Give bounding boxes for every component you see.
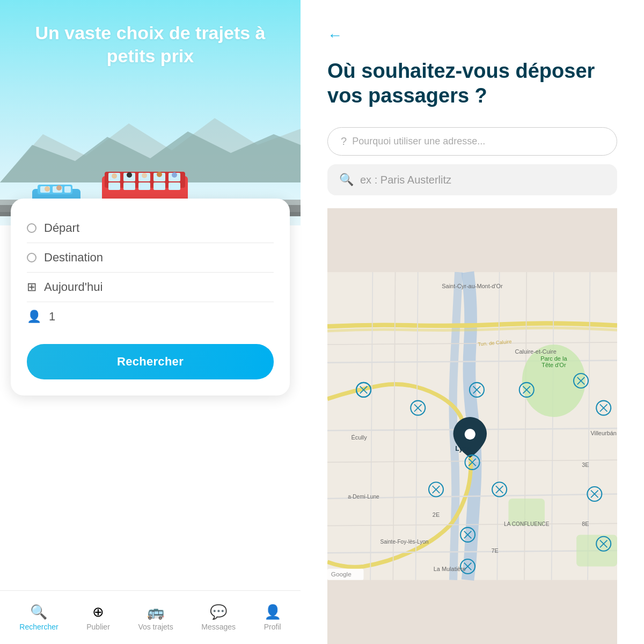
nav-item-trajets[interactable]: 🚌 Vos trajets: [138, 604, 173, 631]
svg-text:3E: 3E: [582, 462, 589, 468]
svg-text:Lyon: Lyon: [455, 445, 471, 453]
search-icon: 🔍: [339, 173, 354, 187]
svg-text:LA CONFLUENCE: LA CONFLUENCE: [504, 521, 550, 527]
messages-nav-icon: 💬: [210, 604, 227, 620]
passengers-row[interactable]: 👤 1: [27, 302, 274, 331]
bottom-nav: 🔍 Rechercher ⊕ Publier 🚌 Vos trajets 💬 M…: [0, 590, 301, 644]
search-button[interactable]: Rechercher: [27, 344, 274, 379]
nav-label-trajets: Vos trajets: [138, 623, 173, 631]
svg-text:7E: 7E: [491, 547, 498, 554]
svg-text:Parc de la: Parc de la: [540, 355, 567, 362]
svg-point-61: [465, 429, 475, 440]
search-placeholder: ex : Paris Austerlitz: [360, 174, 451, 186]
departure-label: Départ: [44, 221, 79, 235]
left-panel: Un vaste choix de trajets à petits prix: [0, 0, 301, 644]
destination-radio[interactable]: [27, 253, 36, 262]
svg-text:a-Demi-Lune: a-Demi-Lune: [348, 494, 379, 500]
trips-nav-icon: 🚌: [147, 604, 164, 620]
page-question: Où souhaitez-vous déposer vos passagers …: [327, 59, 617, 108]
svg-rect-29: [123, 182, 135, 190]
svg-text:La Mulatière: La Mulatière: [434, 566, 466, 572]
departure-radio[interactable]: [27, 223, 36, 233]
question-icon: ?: [341, 135, 347, 148]
nav-label-messages: Messages: [201, 623, 236, 631]
hero-title: Un vaste choix de trajets à petits prix: [0, 21, 301, 67]
person-icon: 👤: [27, 310, 41, 324]
passengers-count: 1: [49, 310, 55, 324]
svg-text:Sainte-Foy-lès-Lyon: Sainte-Foy-lès-Lyon: [380, 539, 428, 545]
map-svg: Saint-Cyr-au-Mont-d'Or Caluire-et-Cuire …: [327, 208, 617, 644]
svg-rect-59: [576, 535, 617, 567]
info-pill-text: Pourquoi utiliser une adresse...: [352, 136, 485, 147]
search-nav-icon: 🔍: [30, 604, 47, 620]
destination-label: Destination: [44, 251, 103, 265]
svg-text:Saint-Cyr-au-Mont-d'Or: Saint-Cyr-au-Mont-d'Or: [442, 283, 503, 289]
svg-point-40: [157, 172, 162, 177]
svg-text:8E: 8E: [582, 521, 589, 527]
nav-label-profil: Profil: [264, 623, 281, 631]
date-label: Aujourd'hui: [44, 280, 103, 294]
profile-nav-icon: 👤: [264, 604, 281, 620]
hero-section: Un vaste choix de trajets à petits prix: [0, 0, 301, 225]
svg-text:2E: 2E: [433, 511, 440, 518]
svg-text:Écully: Écully: [351, 434, 367, 441]
search-card: Départ Destination ⊞ Aujourd'hui 👤 1 Rec…: [11, 199, 290, 396]
svg-point-37: [112, 173, 117, 179]
svg-text:Google: Google: [331, 570, 352, 578]
departure-row[interactable]: Départ: [27, 214, 274, 243]
nav-item-messages[interactable]: 💬 Messages: [201, 604, 236, 631]
publish-nav-icon: ⊕: [92, 604, 104, 620]
nav-item-profil[interactable]: 👤 Profil: [264, 604, 281, 631]
svg-rect-32: [169, 182, 180, 190]
svg-point-38: [127, 172, 132, 178]
right-panel: ← Où souhaitez-vous déposer vos passager…: [301, 0, 644, 644]
svg-text:Tête d'Or: Tête d'Or: [541, 362, 566, 368]
search-input-box[interactable]: 🔍 ex : Paris Austerlitz: [327, 164, 617, 195]
destination-row[interactable]: Destination: [27, 243, 274, 273]
svg-rect-31: [153, 182, 165, 190]
svg-rect-28: [108, 182, 120, 190]
svg-text:Caluire-et-Cuire: Caluire-et-Cuire: [515, 348, 556, 355]
nav-item-rechercher[interactable]: 🔍 Rechercher: [19, 604, 58, 631]
back-button[interactable]: ←: [327, 27, 617, 44]
svg-point-41: [172, 172, 177, 178]
svg-point-39: [142, 173, 147, 178]
nav-label-rechercher: Rechercher: [19, 623, 58, 631]
svg-rect-30: [138, 182, 150, 190]
svg-point-19: [45, 186, 50, 192]
date-row[interactable]: ⊞ Aujourd'hui: [27, 273, 274, 302]
svg-rect-14: [64, 186, 71, 193]
svg-text:Villeurbán: Villeurbán: [590, 430, 617, 436]
calendar-icon: ⊞: [27, 280, 36, 294]
info-pill[interactable]: ? Pourquoi utiliser une adresse...: [327, 127, 617, 156]
svg-point-20: [56, 185, 62, 191]
nav-item-publier[interactable]: ⊕ Publier: [86, 604, 110, 631]
map-container: Saint-Cyr-au-Mont-d'Or Caluire-et-Cuire …: [327, 208, 617, 644]
nav-label-publier: Publier: [86, 623, 110, 631]
